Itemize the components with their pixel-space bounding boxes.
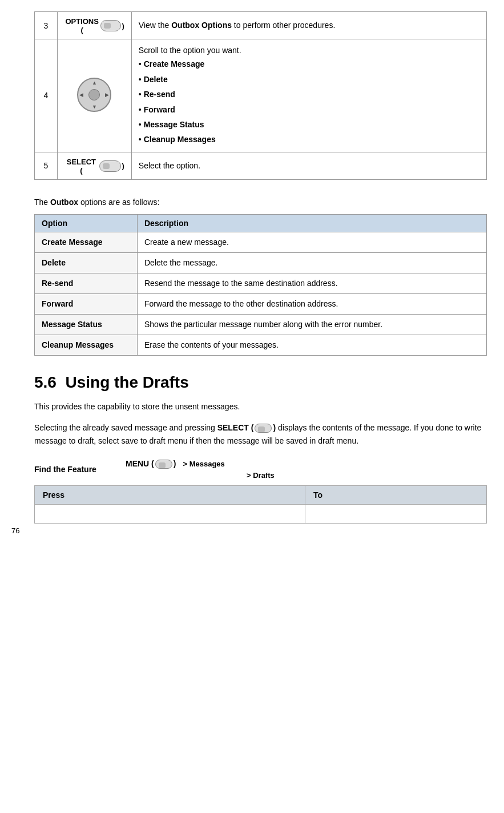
option-cleanup-messages: Cleanup Messages [139,132,479,147]
step-4-icon-cell: ▲ ▼ ◀ ▶ [58,39,132,152]
nav-pad-center [88,89,100,100]
section-number: 5.6 Using the Drafts [34,373,189,391]
option-name-message-status: Message Status [35,315,138,335]
step-5-row: 5 SELECT ( ) Select the option. [35,152,487,179]
option-create-message: Create Message [139,57,479,71]
option-desc-resend: Resend the message to the same destinati… [138,273,487,294]
options-button-label: OPTIONS ( [64,17,99,34]
select-button-icon: SELECT ( ) [64,158,124,175]
steps-table: 3 OPTIONS ( ) View the Outbox Options to… [34,11,487,180]
step-5-icon-cell: SELECT ( ) [58,152,132,179]
option-forward: Forward [139,102,479,117]
to-cell-empty [305,505,486,524]
options-button-suffix: ) [122,22,124,30]
step-4-number: 4 [35,39,58,152]
option-desc-message-status: Shows the particular message number alon… [138,315,487,335]
step-4-description: Scroll to the option you want. Create Me… [131,39,486,152]
find-feature-line-1: MENU () > Messages [126,459,275,469]
option-desc-delete: Delete the message. [138,253,487,273]
option-name-create-message: Create Message [35,232,138,253]
body-text-2: Selecting the already saved message and … [34,421,487,448]
nav-right-arrow: ▶ [105,92,109,98]
step-5-number: 5 [35,152,58,179]
step-3-number: 3 [35,12,58,39]
step-4-row: 4 ▲ ▼ ◀ ▶ Scroll to the option you want.… [35,39,487,152]
nav-down-arrow: ▼ [92,104,97,110]
option-desc-create-message: Create a new message. [138,232,487,253]
select-button-suffix: ) [122,162,124,170]
button-shape [100,20,120,31]
outbox-options-intro: The Outbox options are as follows: [34,196,487,208]
step-3-description: View the Outbox Options to perform other… [131,12,486,39]
chevron-messages: > Messages [183,460,224,468]
select-inline-icon [255,424,272,433]
step-3-icon-cell: OPTIONS ( ) [58,12,132,39]
step-3-row: 3 OPTIONS ( ) View the Outbox Options to… [35,12,487,39]
page: 3 OPTIONS ( ) View the Outbox Options to… [0,0,504,541]
nav-up-arrow: ▲ [92,80,97,86]
press-to-header-row: Press To [35,486,487,505]
nav-pad-icon: ▲ ▼ ◀ ▶ [77,78,111,112]
option-name-delete: Delete [35,253,138,273]
option-name-cleanup-messages: Cleanup Messages [35,335,138,356]
step-5-description: Select the option. [131,152,486,179]
option-row-forward: Forward Forward the message to the other… [35,294,487,315]
find-feature-label: Find the Feature [34,465,114,474]
option-resend: Re-send [139,87,479,102]
menu-icon [155,460,172,469]
option-row-cleanup-messages: Cleanup Messages Erase the contents of y… [35,335,487,356]
button-shape-select [99,160,121,172]
press-cell-empty [35,505,305,524]
option-name-resend: Re-send [35,273,138,294]
press-to-table: Press To [34,485,487,524]
chevron-drafts: > Drafts [247,471,275,480]
option-row-message-status: Message Status Shows the particular mess… [35,315,487,335]
to-col-header: To [305,486,486,505]
options-col-description: Description [138,215,487,232]
press-col-header: Press [35,486,305,505]
options-button-icon: OPTIONS ( ) [64,17,124,34]
options-table: Option Description Create Message Create… [34,214,487,356]
step-4-option-list: Create Message Delete Re-send Forward Me… [139,57,479,147]
page-number: 76 [11,526,19,535]
option-name-forward: Forward [35,294,138,315]
body-text-1: This provides the capability to store th… [34,400,487,413]
option-row-create-message: Create Message Create a new message. [35,232,487,253]
find-feature-steps: MENU () > Messages > Drafts [126,459,275,480]
option-desc-forward: Forward the message to the other destina… [138,294,487,315]
options-col-option: Option [35,215,138,232]
press-to-empty-row [35,505,487,524]
section-heading: 5.6 Using the Drafts [34,373,487,392]
option-desc-cleanup-messages: Erase the contents of your messages. [138,335,487,356]
options-table-header-row: Option Description [35,215,487,232]
option-message-status: Message Status [139,117,479,132]
nav-left-arrow: ◀ [79,92,83,98]
menu-button-label: MENU () [126,459,176,469]
option-row-delete: Delete Delete the message. [35,253,487,273]
select-button-label: SELECT ( [64,158,98,175]
option-delete: Delete [139,72,479,87]
find-feature-row: Find the Feature MENU () > Messages > Dr… [34,459,487,480]
option-row-resend: Re-send Resend the message to the same d… [35,273,487,294]
find-feature-section: Find the Feature MENU () > Messages > Dr… [34,459,487,480]
find-feature-line-2: > Drafts [126,471,275,480]
